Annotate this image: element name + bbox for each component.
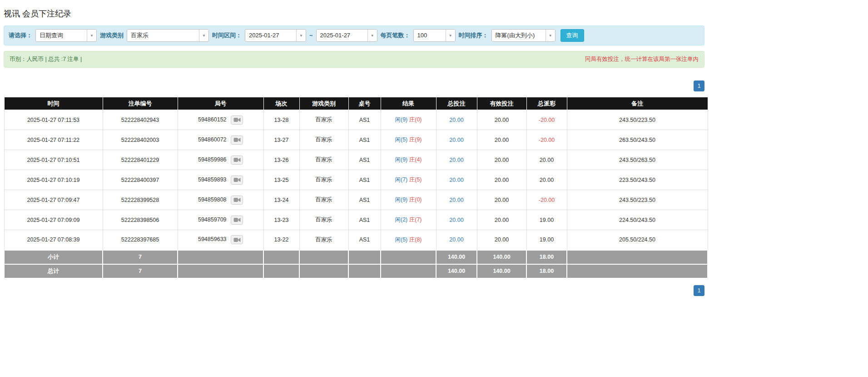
search-button[interactable]: 查询 (560, 29, 584, 42)
date-range-separator: ~ (309, 32, 313, 39)
chevron-down-icon[interactable]: ▼ (367, 30, 377, 41)
video-replay-icon[interactable] (231, 216, 243, 225)
cell-table-no: AS1 (348, 190, 381, 210)
cell-game-type: 百家乐 (299, 130, 348, 150)
result-player: 闲(9) (395, 196, 407, 203)
result-player: 闲(2) (395, 216, 407, 223)
result-banker: 庄(0) (409, 116, 422, 123)
cell-table-no: AS1 (348, 150, 381, 170)
date-from-value: 2025-01-27 (245, 30, 296, 41)
date-from-picker[interactable]: 2025-01-27 ▼ (245, 29, 306, 42)
round-id-text: 594859808 (198, 196, 227, 203)
round-id-text: 594859709 (198, 216, 227, 223)
cell-session: 13-27 (263, 130, 299, 150)
sort-order-select[interactable]: 降冪(由大到小) ▼ (491, 29, 556, 42)
footer-cell (178, 250, 263, 264)
footer-cell (299, 264, 348, 278)
column-header: 总投注 (436, 97, 477, 110)
game-type-label: 游戏类别 (100, 31, 124, 40)
cell-remark: 243.50/263.50 (567, 150, 708, 170)
cell-valid-bet: 20.00 (477, 110, 526, 130)
cell-time: 2025-01-27 07:08:39 (4, 230, 103, 250)
result-banker: 庄(0) (409, 196, 422, 203)
video-replay-icon[interactable] (231, 176, 243, 185)
cell-payout: 19.00 (526, 210, 567, 230)
cell-result: 闲(7) 庄(5) (381, 170, 436, 190)
total-bet-link[interactable]: 20.00 (449, 157, 463, 163)
chevron-down-icon[interactable]: ▼ (87, 30, 96, 41)
video-replay-icon[interactable] (231, 235, 243, 244)
total-row: 总计7140.00140.0018.00 (4, 264, 708, 278)
cell-session: 13-25 (263, 170, 299, 190)
cell-round-id: 594860152 (178, 110, 263, 130)
cell-payout: -20.00 (526, 130, 567, 150)
video-replay-icon[interactable] (231, 136, 243, 145)
table-row: 2025-01-27 07:10:19 522228400397 5948598… (4, 170, 708, 190)
cell-session: 13-28 (263, 110, 299, 130)
result-banker: 庄(4) (409, 156, 422, 163)
pagination-bottom: 1 (4, 285, 704, 296)
cell-remark: 243.50/223.50 (567, 190, 708, 210)
total-bet-link[interactable]: 20.00 (449, 177, 463, 183)
page-size-value: 100 (414, 30, 446, 41)
cell-round-id: 594859709 (178, 210, 263, 230)
query-type-select[interactable]: 日期查询 ▼ (35, 29, 97, 42)
cell-valid-bet: 20.00 (477, 210, 526, 230)
footer-cell: 140.00 (436, 264, 477, 278)
result-player: 闲(5) (395, 236, 407, 243)
table-row: 2025-01-27 07:11:53 522228402943 5948601… (4, 110, 708, 130)
cell-remark: 243.50/223.50 (567, 110, 708, 130)
table-row: 2025-01-27 07:10:51 522228401229 5948599… (4, 150, 708, 170)
page-number-button[interactable]: 1 (694, 80, 704, 91)
page-size-select[interactable]: 100 ▼ (413, 29, 456, 42)
cell-result: 闲(9) 庄(0) (381, 190, 436, 210)
cell-game-type: 百家乐 (299, 230, 348, 250)
page-number-button[interactable]: 1 (694, 285, 704, 296)
bet-records-table: 时间注单编号局号场次游戏类别桌号结果总投注有效投注总派彩备注 2025-01-2… (4, 97, 708, 279)
cell-result: 闲(9) 庄(4) (381, 150, 436, 170)
column-header: 有效投注 (477, 97, 526, 110)
summary-bar: 币别：人民币 | 总共 :7 注单 | 同局有效投注，统一计算在该局第一张注单内 (4, 51, 704, 68)
query-type-label: 请选择： (9, 31, 32, 40)
column-header: 结果 (381, 97, 436, 110)
cell-result: 闲(9) 庄(0) (381, 110, 436, 130)
cell-table-no: AS1 (348, 110, 381, 130)
chevron-down-icon[interactable]: ▼ (296, 30, 306, 41)
chevron-down-icon[interactable]: ▼ (446, 30, 455, 41)
total-bet-link[interactable]: 20.00 (449, 117, 463, 123)
result-banker: 庄(8) (409, 236, 422, 243)
footer-cell: 18.00 (526, 264, 567, 278)
cell-total-bet: 20.00 (436, 150, 477, 170)
cell-bet-id: 522228399528 (103, 190, 178, 210)
cell-round-id: 594859893 (178, 170, 263, 190)
cell-session: 13-22 (263, 230, 299, 250)
cell-payout: -20.00 (526, 190, 567, 210)
total-bet-link[interactable]: 20.00 (449, 217, 463, 223)
video-replay-icon[interactable] (231, 156, 243, 165)
page-size-label: 每页笔数： (381, 31, 410, 40)
chevron-down-icon[interactable]: ▼ (199, 30, 208, 41)
pagination-top: 1 (4, 80, 704, 91)
footer-cell: 140.00 (477, 264, 526, 278)
cell-total-bet: 20.00 (436, 230, 477, 250)
footer-cell: 140.00 (477, 250, 526, 264)
game-type-value: 百家乐 (127, 30, 199, 41)
cell-valid-bet: 20.00 (477, 190, 526, 210)
column-header: 时间 (4, 97, 103, 110)
table-header-row: 时间注单编号局号场次游戏类别桌号结果总投注有效投注总派彩备注 (4, 97, 708, 110)
result-player: 闲(7) (395, 176, 407, 183)
footer-cell (567, 264, 708, 278)
cell-round-id: 594859633 (178, 230, 263, 250)
game-type-select[interactable]: 百家乐 ▼ (127, 29, 209, 42)
round-id-text: 594859893 (198, 176, 227, 183)
total-bet-link[interactable]: 20.00 (449, 137, 463, 143)
chevron-down-icon[interactable]: ▼ (546, 30, 555, 41)
cell-valid-bet: 20.00 (477, 230, 526, 250)
video-replay-icon[interactable] (231, 196, 243, 205)
total-bet-link[interactable]: 20.00 (449, 236, 463, 243)
video-replay-icon[interactable] (231, 116, 243, 125)
total-bet-link[interactable]: 20.00 (449, 197, 463, 203)
date-to-picker[interactable]: 2025-01-27 ▼ (316, 29, 377, 42)
cell-total-bet: 20.00 (436, 210, 477, 230)
footer-cell: 140.00 (436, 250, 477, 264)
